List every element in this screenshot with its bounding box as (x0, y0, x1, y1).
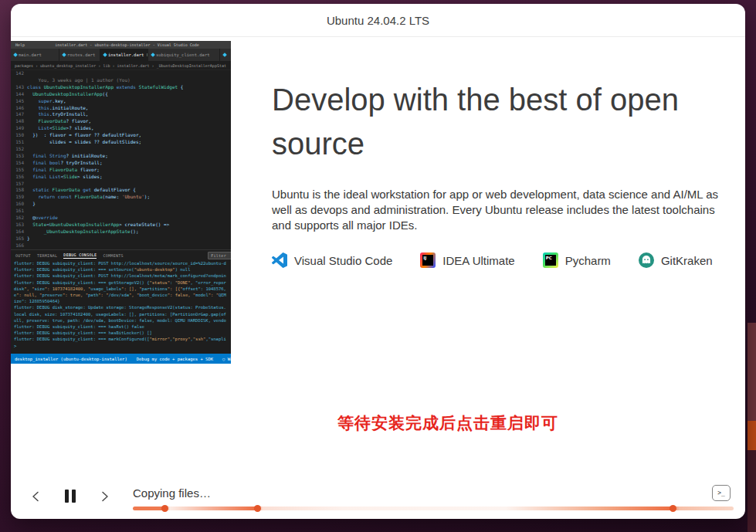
tool-label: Pycharm (565, 254, 611, 267)
console-line: > (14, 343, 231, 349)
progress-dot (161, 505, 168, 512)
console-filter-input: Filter (208, 252, 231, 259)
code-line: 163 State<UbuntuDesktopInstallerApp> cre… (11, 222, 231, 229)
dart-icon (103, 53, 107, 57)
install-progress-bar (133, 507, 734, 510)
panel-tab-comments: COMMENTS (103, 253, 123, 258)
panel-tab-debug-console: DEBUG CONSOLE (63, 252, 97, 259)
code-line: 155 final FlavorData flavor; (11, 167, 231, 174)
code-line: 152 (11, 146, 231, 153)
tool-label: GitKraken (661, 254, 713, 267)
slide-heading: Develop with the best of open source (272, 78, 743, 166)
panel-tab-output: OUTPUT (15, 253, 31, 258)
wallpaper-stripe-orange (748, 421, 756, 450)
vscode-tab: main.dart (11, 49, 59, 61)
code-line: 150 }) : flavor = flavor ?? defaultFlavo… (11, 132, 231, 139)
tool-idea-ultimate: IJ IDEA Ultimate (420, 252, 514, 268)
dart-icon (62, 53, 66, 57)
console-line: disk", "size": 107374182400, "usage_labe… (14, 286, 231, 292)
vscode-tab (220, 49, 231, 61)
pause-icon (72, 490, 76, 503)
code-line: 143class UbuntuDesktopInstallerApp exten… (11, 84, 231, 91)
console-line: flutter: DEBUG subiquity_client: POST ht… (14, 260, 231, 266)
terminal-icon: >_ (717, 490, 725, 496)
pause-icon (65, 490, 69, 503)
vscode-breadcrumb: packages › ubuntu_desktop_installer › li… (11, 61, 231, 70)
code-line: 146 this.initialRoute, (11, 105, 231, 112)
console-line: ull, preserve: true, path: /dev/sda, boo… (14, 317, 231, 324)
code-line: 147 this.tryOrInstall, (11, 111, 231, 118)
dart-icon (13, 53, 18, 57)
chevron-right-icon (97, 490, 111, 503)
panel-tab-terminal: TERMINAL (37, 253, 57, 258)
vscode-titlebar: Help installer.dart - ubuntu-desktop-ins… (11, 41, 231, 49)
tool-pycharm: PC Pycharm (543, 252, 611, 268)
tool-label: Visual Studio Code (294, 254, 392, 267)
next-slide-button[interactable] (97, 490, 111, 503)
console-line: e": null, "preserve": true, "path": "/de… (14, 292, 231, 298)
statusbar-watch: ○ Watch (222, 357, 231, 361)
wallpaper-stripe (748, 450, 756, 532)
wallpaper-stripe (748, 323, 756, 421)
pause-slideshow-button[interactable] (65, 490, 76, 503)
vscode-tab: installer.dartM✕ (100, 49, 148, 61)
pycharm-icon: PC (543, 252, 558, 268)
tools-row: Visual Studio Code IJ IDEA Ultimate PC P… (272, 252, 743, 268)
code-line: 165} (11, 236, 231, 242)
vscode-screenshot: Help installer.dart - ubuntu-desktop-ins… (11, 41, 231, 364)
statusbar-debug-config: Debug my code + packages + SDK (137, 357, 213, 361)
window-title: Ubuntu 24.04.2 LTS (327, 14, 429, 27)
debug-console-lines: flutter: DEBUG subiquity_client: POST ht… (11, 260, 231, 355)
code-line: 157 (11, 181, 231, 188)
code-line: You, 3 weeks ago | 1 author (You) (11, 77, 231, 84)
console-line: flutter: DEBUG subiquity_client: === has… (14, 330, 231, 336)
code-line: 166 (11, 242, 231, 249)
chevron-left-icon (29, 490, 43, 503)
code-line: 159 return const FlavorData(name: 'Ubunt… (11, 194, 231, 201)
terminal-toggle-button[interactable]: >_ (712, 485, 731, 501)
vscode-tab: routes.dart (59, 49, 100, 61)
progress-dot (670, 505, 676, 512)
console-line: ize": 12885950464} (14, 298, 231, 304)
code-line: 148 FlavorData? flavor, (11, 118, 231, 125)
console-line: local disk, size: 107374182400, usageLab… (14, 311, 231, 317)
tool-visual-studio-code: Visual Studio Code (272, 252, 392, 268)
code-line: 153 final String? initialRoute; (11, 153, 231, 160)
intellij-idea-icon: IJ (420, 252, 436, 268)
statusbar-project: desktop_installer (ubuntu-desktop-instal… (15, 357, 127, 361)
progress-dot (254, 505, 261, 512)
window-titlebar: Ubuntu 24.04.2 LTS (11, 4, 745, 37)
vscode-help-menu: Help (11, 42, 29, 47)
code-line: 164 _UbuntuDesktopInstallerAppState(); (11, 229, 231, 236)
code-line: 162 @override (11, 215, 231, 222)
previous-slide-button[interactable] (29, 490, 43, 503)
restart-hint-annotation: 等待安装完成后点击重启即可 (337, 412, 558, 434)
install-status-label: Copying files… (133, 486, 211, 500)
tool-gitkraken: GitKraken (639, 252, 713, 268)
code-line: 160 } (11, 201, 231, 208)
dart-icon (222, 53, 227, 57)
gitkraken-icon (639, 252, 654, 268)
code-line: 158 static FlavorData get defaultFlavor … (11, 187, 231, 194)
dart-icon (151, 53, 155, 57)
code-line: 161 (11, 208, 231, 215)
vscode-icon (272, 252, 287, 268)
code-line: 142 (11, 70, 231, 77)
code-line: 154 final bool? tryOrInstall; (11, 160, 231, 167)
console-line: flutter: DEBUG subiquity_client: === has… (14, 324, 231, 330)
console-line: flutter: DEBUG subiquity_client: === get… (14, 280, 231, 286)
vscode-tab-bar: main.dartroutes.dartinstaller.dartM✕subi… (11, 49, 231, 61)
slide-content: Develop with the best of open source Ubu… (272, 78, 743, 268)
installer-window: Ubuntu 24.04.2 LTS Help installer.dart -… (11, 4, 745, 519)
console-line: flutter: DEBUG subiquity_client: POST ht… (14, 273, 231, 279)
slide-body-text: Ubuntu is the ideal workstation for app … (272, 187, 731, 233)
console-line: flutter: DEBUG subiquity_client: === set… (14, 266, 231, 273)
vscode-statusbar: desktop_installer (ubuntu-desktop-instal… (11, 354, 231, 364)
code-line: 151 slides = slides ?? defaultSlides; (11, 139, 231, 146)
vscode-tab: subiquity_client.dart (148, 49, 220, 61)
console-line: flutter: DEBUG subiquity_client: === mar… (14, 336, 231, 342)
code-line: 156 final List<Slide> slides; (11, 174, 231, 181)
code-line: 144 UbuntuDesktopInstallerApp({ (11, 91, 231, 98)
console-line: flutter: DEBUG disk_storage: Update stor… (14, 304, 231, 310)
tool-label: IDEA Ultimate (442, 254, 514, 267)
